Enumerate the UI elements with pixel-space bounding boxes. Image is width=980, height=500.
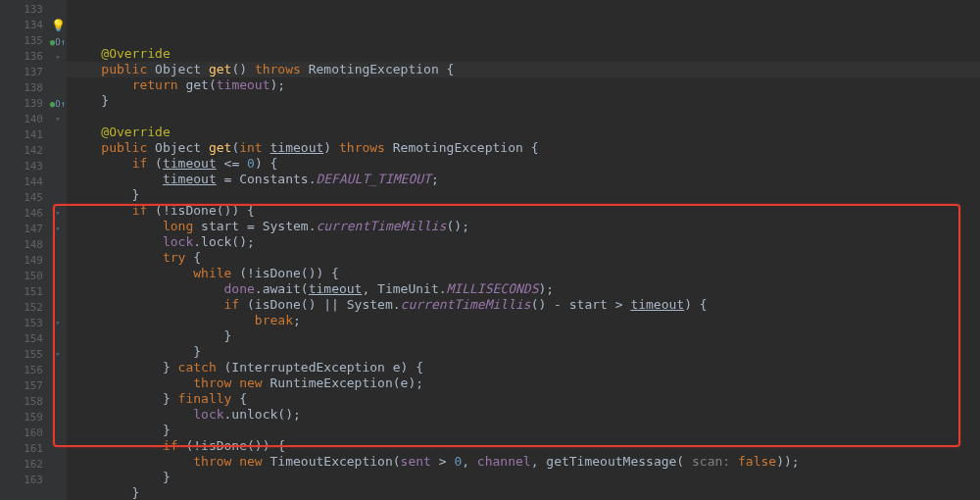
fold-toggle-icon[interactable]: ▾ bbox=[55, 52, 60, 62]
code-token: get( bbox=[185, 77, 216, 92]
gutter-marker-cell: ▾ bbox=[49, 206, 67, 222]
code-editor[interactable]: 1331341351361371381391401411421431441451… bbox=[0, 0, 980, 500]
line-number: 137 bbox=[0, 65, 49, 80]
code-line[interactable]: if (isDone() || System.currentTimeMillis… bbox=[67, 297, 980, 313]
code-line[interactable]: @Override bbox=[67, 125, 980, 140]
line-number: 157 bbox=[0, 378, 49, 394]
line-number: 134 bbox=[0, 18, 49, 33]
line-number: 142 bbox=[0, 143, 49, 159]
code-token: } bbox=[71, 360, 178, 375]
code-line[interactable]: } bbox=[67, 93, 980, 109]
code-token: currentTimeMillis bbox=[316, 219, 446, 233]
code-token: , bbox=[462, 454, 477, 469]
code-line[interactable]: lock.unlock(); bbox=[67, 407, 980, 423]
code-line[interactable]: throw new TimeoutException(sent > 0, cha… bbox=[67, 454, 980, 470]
code-line[interactable]: while (!isDone()) { bbox=[67, 266, 980, 281]
code-line[interactable]: long start = System.currentTimeMillis(); bbox=[67, 219, 980, 234]
line-number: 144 bbox=[0, 175, 49, 190]
code-line[interactable]: } bbox=[67, 423, 980, 438]
code-line[interactable]: } bbox=[67, 328, 980, 344]
code-token: } bbox=[71, 485, 139, 500]
code-token: false bbox=[738, 454, 776, 469]
code-token: lock bbox=[163, 234, 193, 249]
code-token: if bbox=[132, 203, 155, 218]
code-token: { bbox=[239, 391, 247, 406]
line-number: 135 bbox=[0, 33, 49, 49]
code-token: ); bbox=[270, 77, 286, 92]
line-number: 154 bbox=[0, 331, 49, 347]
fold-toggle-icon[interactable]: ▾ bbox=[55, 114, 60, 124]
code-line[interactable]: if (!isDone()) { bbox=[67, 203, 980, 219]
code-token: throws bbox=[255, 62, 309, 76]
code-line[interactable]: try { bbox=[67, 250, 980, 266]
gutter-marker-cell bbox=[49, 65, 67, 80]
code-line[interactable]: lock.lock(); bbox=[67, 234, 980, 250]
code-token: (!isDone()) { bbox=[155, 203, 255, 218]
fold-toggle-icon[interactable]: ▾ bbox=[55, 318, 60, 327]
gutter-marker-cell bbox=[49, 457, 67, 473]
code-line[interactable]: } bbox=[67, 485, 980, 500]
code-line[interactable]: } finally { bbox=[67, 391, 980, 407]
gutter-marker-cell bbox=[49, 300, 67, 316]
code-token: , TimeUnit. bbox=[362, 281, 446, 296]
code-token: currentTimeMillis bbox=[401, 297, 531, 312]
code-token: RemotingException { bbox=[309, 62, 455, 76]
code-area[interactable]: @Override public Object get() throws Rem… bbox=[67, 0, 980, 500]
code-line[interactable]: } bbox=[67, 187, 980, 203]
gutter-marker-cell bbox=[49, 378, 67, 394]
code-token: sent bbox=[401, 454, 431, 469]
fold-toggle-icon[interactable]: ▾ bbox=[55, 224, 60, 233]
code-token: <= bbox=[217, 156, 247, 171]
code-line[interactable]: } bbox=[67, 470, 980, 485]
override-marker-icon[interactable]: O↑ bbox=[55, 37, 66, 47]
code-line[interactable]: } catch (InterruptedException e) { bbox=[67, 360, 980, 375]
line-number: 160 bbox=[0, 425, 49, 441]
gutter-marker-cell bbox=[49, 441, 67, 457]
code-token: } bbox=[71, 93, 109, 108]
line-number: 148 bbox=[0, 237, 49, 253]
code-line[interactable]: } bbox=[67, 344, 980, 360]
code-line[interactable]: return get(timeout); bbox=[67, 77, 980, 93]
fold-toggle-icon[interactable]: ▾ bbox=[55, 349, 60, 359]
line-number: 155 bbox=[0, 347, 49, 363]
intention-bulb-icon[interactable]: 💡 bbox=[51, 19, 66, 32]
line-number: 145 bbox=[0, 190, 49, 206]
code-line[interactable] bbox=[67, 109, 980, 125]
code-line[interactable]: timeout = Constants.DEFAULT_TIMEOUT; bbox=[67, 172, 980, 187]
code-token: { bbox=[193, 250, 201, 265]
line-number: 143 bbox=[0, 159, 49, 175]
line-number: 156 bbox=[0, 363, 49, 378]
line-number: 138 bbox=[0, 80, 49, 96]
code-token: ( bbox=[155, 156, 163, 171]
code-token: Object bbox=[155, 140, 209, 155]
code-line[interactable]: if (!isDone()) { bbox=[67, 438, 980, 454]
code-line[interactable]: public Object get(int timeout) throws Re… bbox=[67, 140, 980, 156]
code-token: } bbox=[71, 391, 178, 406]
code-token: try bbox=[163, 250, 193, 265]
code-line[interactable]: done.await(timeout, TimeUnit.MILLISECOND… bbox=[67, 281, 980, 297]
line-number: 162 bbox=[0, 457, 49, 473]
code-line[interactable]: break; bbox=[67, 313, 980, 328]
fold-toggle-icon[interactable]: ▾ bbox=[55, 208, 60, 218]
gutter-marker-cell bbox=[49, 190, 67, 206]
code-token: .unlock(); bbox=[224, 407, 301, 422]
code-token: return bbox=[132, 77, 186, 92]
code-line[interactable]: if (timeout <= 0) { bbox=[67, 156, 980, 172]
override-marker-icon[interactable]: O↑ bbox=[55, 99, 66, 109]
code-token: public bbox=[101, 140, 155, 155]
code-token: while bbox=[193, 266, 239, 280]
gutter-marker-cell bbox=[49, 2, 67, 18]
code-line[interactable]: throw new RuntimeException(e); bbox=[67, 375, 980, 391]
code-token: .await( bbox=[255, 281, 309, 296]
line-number: 163 bbox=[0, 473, 49, 488]
code-token: RuntimeException(e); bbox=[270, 375, 424, 390]
code-token: ; bbox=[293, 313, 301, 327]
code-token: break bbox=[255, 313, 293, 327]
code-line[interactable]: @Override bbox=[67, 46, 980, 62]
code-token: () - start > bbox=[531, 297, 631, 312]
code-line[interactable]: public Object get() throws RemotingExcep… bbox=[67, 62, 980, 77]
code-token: } bbox=[71, 187, 139, 202]
line-number: 140 bbox=[0, 112, 49, 127]
code-token: .lock(); bbox=[193, 234, 255, 249]
code-token: } bbox=[71, 423, 171, 437]
